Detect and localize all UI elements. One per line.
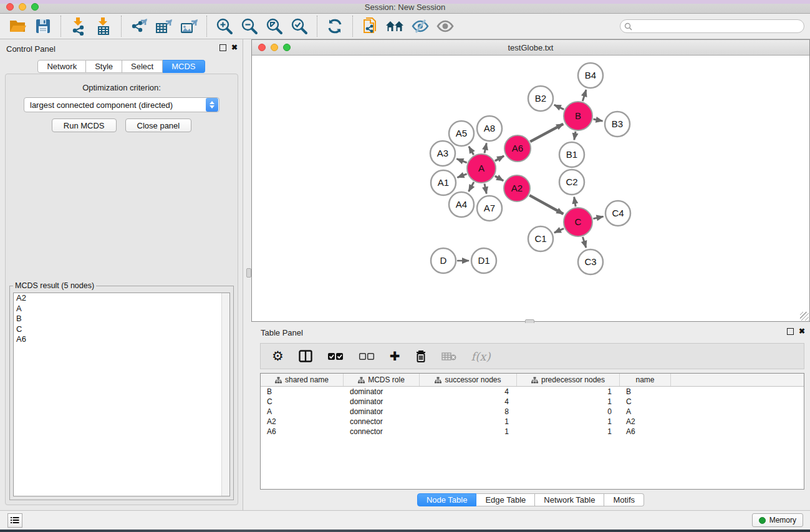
graph-node-D1[interactable]: D1 xyxy=(471,248,496,273)
table-row[interactable]: Adominator80A xyxy=(261,407,804,417)
graph-node-D[interactable]: D xyxy=(431,248,456,273)
graph-edge-A-A8[interactable] xyxy=(485,143,486,153)
table-cell[interactable]: A2 xyxy=(620,417,671,426)
save-session-icon[interactable] xyxy=(31,15,55,37)
tab-select[interactable]: Select xyxy=(122,60,163,73)
network-overview-home-icon[interactable] xyxy=(383,15,408,37)
tab-node-table[interactable]: Node Table xyxy=(417,493,477,506)
graph-edge-A-A4[interactable] xyxy=(469,182,474,191)
zoom-out-icon[interactable] xyxy=(237,15,262,37)
graph-node-A3[interactable]: A3 xyxy=(430,141,455,166)
criterion-dropdown[interactable]: largest connected component (directed) xyxy=(24,97,219,112)
graph-node-A8[interactable]: A8 xyxy=(477,116,502,141)
show-details-eye-icon[interactable] xyxy=(433,15,458,37)
graph-edge-A6-B[interactable] xyxy=(530,124,563,142)
export-table-icon[interactable] xyxy=(152,15,176,37)
window-resize-grip[interactable] xyxy=(800,312,809,321)
close-table-panel-icon[interactable]: ✖ xyxy=(799,328,805,335)
table-cell[interactable]: 4 xyxy=(420,397,517,406)
graph-node-A4[interactable]: A4 xyxy=(449,192,474,217)
tab-style[interactable]: Style xyxy=(86,60,122,73)
network-canvas[interactable]: ABCA2A6A1A3A4A5A7A8B1B2B3B4C1C2C3C4DD1 xyxy=(252,56,809,321)
split-view-icon[interactable] xyxy=(299,350,312,362)
graph-node-A7[interactable]: A7 xyxy=(477,196,502,221)
table-cell[interactable]: 1 xyxy=(517,397,620,406)
network-window-titlebar[interactable]: testGlobe.txt xyxy=(252,40,809,56)
graph-edge-A-A3[interactable] xyxy=(456,159,466,163)
column-header-MCDS-role[interactable]: MCDS role xyxy=(344,374,420,386)
mcds-result-list[interactable]: A2ABCA6 xyxy=(13,293,230,496)
add-column-icon[interactable]: ✚ xyxy=(390,350,400,362)
graph-node-B2[interactable]: B2 xyxy=(528,86,553,111)
task-history-button[interactable] xyxy=(7,513,22,528)
table-cell[interactable]: dominator xyxy=(344,387,420,396)
delete-column-trash-icon[interactable] xyxy=(415,350,427,363)
table-cell[interactable]: 1 xyxy=(517,387,620,396)
deselect-all-checkboxes-icon[interactable] xyxy=(359,352,375,360)
table-cell[interactable]: A xyxy=(261,407,344,416)
graph-edge-B-B1[interactable] xyxy=(574,132,576,140)
tab-network[interactable]: Network xyxy=(37,60,86,73)
graph-edge-A-A6[interactable] xyxy=(495,156,504,161)
table-cell[interactable]: A xyxy=(620,407,671,416)
graph-node-C1[interactable]: C1 xyxy=(528,226,553,251)
graph-node-B[interactable]: B xyxy=(564,102,592,130)
graph-edge-B-B4[interactable] xyxy=(582,90,586,101)
tab-mcds[interactable]: MCDS xyxy=(163,60,205,73)
graph-node-A1[interactable]: A1 xyxy=(431,170,456,195)
table-cell[interactable]: 0 xyxy=(517,407,620,416)
search-input[interactable] xyxy=(620,19,804,33)
table-cell[interactable]: 1 xyxy=(420,427,517,436)
zoom-selected-icon[interactable] xyxy=(287,15,312,37)
import-network-icon[interactable] xyxy=(66,15,91,37)
open-session-icon[interactable] xyxy=(6,15,31,37)
table-cell[interactable]: A6 xyxy=(620,427,671,436)
import-table-icon[interactable] xyxy=(91,15,116,37)
table-row[interactable]: Cdominator41C xyxy=(261,397,804,407)
graph-node-C3[interactable]: C3 xyxy=(578,249,603,274)
open-network-file-icon[interactable] xyxy=(358,15,383,37)
graph-node-A[interactable]: A xyxy=(467,154,496,183)
graph-node-A6[interactable]: A6 xyxy=(504,135,531,162)
table-settings-icon[interactable]: ⚙ xyxy=(272,350,284,362)
graph-node-B3[interactable]: B3 xyxy=(605,112,630,137)
graph-node-C4[interactable]: C4 xyxy=(605,201,630,226)
column-header-predecessor-nodes[interactable]: predecessor nodes xyxy=(517,374,620,386)
refresh-icon[interactable] xyxy=(322,15,347,37)
graph-edge-C-C2[interactable] xyxy=(574,197,576,207)
table-cell[interactable]: 1 xyxy=(517,417,620,426)
mcds-result-item[interactable]: B xyxy=(14,314,229,324)
graph-node-C[interactable]: C xyxy=(564,208,592,236)
table-cell[interactable]: A2 xyxy=(261,417,344,426)
graph-edge-A-A1[interactable] xyxy=(457,174,466,178)
table-cell[interactable]: dominator xyxy=(344,397,420,406)
graph-edge-C-C1[interactable] xyxy=(554,228,564,233)
splitter-handle-vertical[interactable] xyxy=(246,268,251,278)
close-panel-button[interactable]: Close panel xyxy=(125,118,192,132)
graph-edge-A2-C[interactable] xyxy=(529,195,563,214)
table-cell[interactable]: B xyxy=(620,387,671,396)
table-cell[interactable]: C xyxy=(261,397,344,406)
graph-edge-B-B3[interactable] xyxy=(593,119,602,121)
graph-edge-A-A2[interactable] xyxy=(495,176,503,181)
graph-edge-B-B2[interactable] xyxy=(554,105,564,109)
graph-node-A2[interactable]: A2 xyxy=(504,175,530,201)
table-cell[interactable]: 1 xyxy=(517,427,620,436)
column-header-shared-name[interactable]: shared name xyxy=(261,374,344,386)
select-all-checkboxes-icon[interactable] xyxy=(327,352,344,360)
mcds-result-item[interactable]: A6 xyxy=(14,334,229,345)
mcds-result-item[interactable]: A xyxy=(14,304,229,314)
tab-network-table[interactable]: Network Table xyxy=(535,493,604,506)
graph-edge-A-A5[interactable] xyxy=(469,147,474,155)
table-cell[interactable]: 8 xyxy=(420,407,517,416)
export-image-icon[interactable] xyxy=(176,15,201,37)
graph-node-B4[interactable]: B4 xyxy=(578,63,603,88)
tab-motifs[interactable]: Motifs xyxy=(604,493,644,506)
zoom-in-icon[interactable] xyxy=(212,15,237,37)
mcds-result-item[interactable]: C xyxy=(14,324,229,335)
graph-node-B1[interactable]: B1 xyxy=(559,142,584,167)
table-cell[interactable]: B xyxy=(261,387,344,396)
float-table-panel-icon[interactable] xyxy=(787,328,794,335)
table-cell[interactable]: 1 xyxy=(420,417,517,426)
mcds-result-item[interactable]: A2 xyxy=(14,293,229,304)
